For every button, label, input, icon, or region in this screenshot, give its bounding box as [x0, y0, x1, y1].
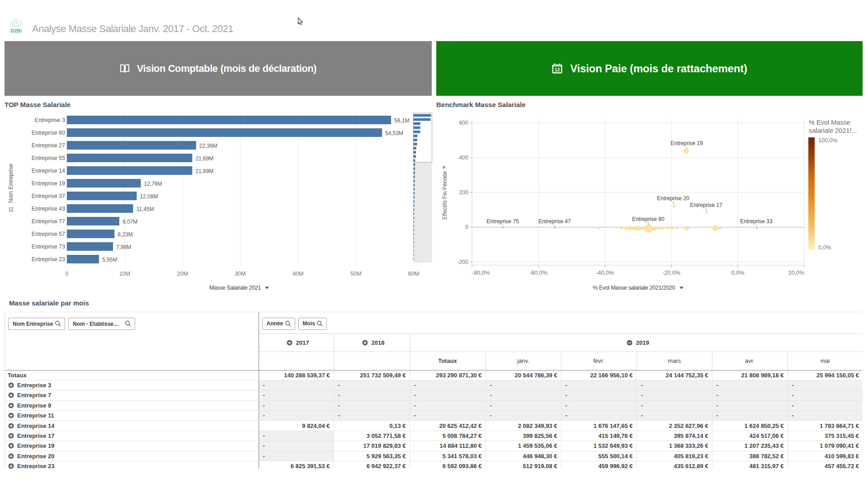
- svg-text:Masse Salariale 2021: Masse Salariale 2021: [209, 285, 261, 291]
- svg-text:Entreprise 20: Entreprise 20: [657, 195, 689, 202]
- svg-text:30M: 30M: [235, 271, 245, 277]
- svg-text:20,0%: 20,0%: [788, 270, 804, 276]
- svg-text:5,55M: 5,55M: [102, 257, 117, 263]
- svg-text:22,36M: 22,36M: [199, 143, 217, 149]
- svg-text:0,0%: 0,0%: [731, 270, 745, 276]
- svg-text:Entreprise 19: Entreprise 19: [670, 140, 703, 146]
- svg-text:9,07M: 9,07M: [123, 219, 137, 225]
- svg-text:Entreprise 3: Entreprise 3: [35, 117, 65, 123]
- svg-text:Entreprise 55: Entreprise 55: [32, 155, 65, 161]
- svg-text:12,08M: 12,08M: [140, 193, 158, 200]
- svg-text:400: 400: [459, 155, 468, 161]
- svg-text:Entreprise 43: Entreprise 43: [32, 206, 65, 212]
- svg-text:12,79M: 12,79M: [144, 181, 162, 187]
- svg-text:10M: 10M: [119, 271, 130, 277]
- svg-text:100,0%: 100,0%: [818, 137, 837, 144]
- svg-text:600: 600: [459, 120, 468, 126]
- svg-text:Entreprise 73: Entreprise 73: [32, 244, 65, 250]
- svg-text:56,1M: 56,1M: [394, 117, 409, 124]
- svg-text:0,0%: 0,0%: [818, 244, 831, 251]
- svg-text:20M: 20M: [177, 271, 188, 277]
- svg-text:% Evol Masse: % Evol Masse: [809, 119, 850, 126]
- svg-text:% Evol Masse salariale 2021/20: % Evol Masse salariale 2021/2020: [593, 285, 675, 291]
- svg-text:Nom Entreprise: Nom Entreprise: [8, 164, 14, 203]
- svg-text:11,45M: 11,45M: [136, 206, 154, 212]
- svg-text:Entreprise 33: Entreprise 33: [740, 218, 773, 225]
- svg-text:Entreprise 47: Entreprise 47: [538, 218, 571, 225]
- svg-text:0: 0: [66, 271, 69, 277]
- svg-text:Entreprise 77: Entreprise 77: [32, 218, 65, 225]
- svg-text:Entreprise 27: Entreprise 27: [32, 142, 65, 149]
- svg-text:Effectifs Fin Période: Effectifs Fin Période: [442, 171, 448, 220]
- svg-text:200: 200: [459, 189, 468, 196]
- svg-text:Entreprise 75: Entreprise 75: [486, 218, 519, 225]
- svg-text:-40,0%: -40,0%: [596, 270, 614, 276]
- svg-text:40M: 40M: [292, 271, 303, 277]
- svg-text:-60,0%: -60,0%: [529, 270, 547, 276]
- svg-text:7,98M: 7,98M: [116, 244, 131, 250]
- svg-text:54,53M: 54,53M: [385, 130, 403, 136]
- svg-text:salariale 2021/...: salariale 2021/...: [809, 127, 857, 134]
- svg-text:Entreprise 14: Entreprise 14: [32, 168, 65, 174]
- svg-text:0: 0: [465, 224, 468, 230]
- svg-text:12: 12: [555, 67, 560, 72]
- svg-text:8,23M: 8,23M: [118, 231, 132, 238]
- svg-text:21,69M: 21,69M: [195, 168, 213, 174]
- svg-text:Entreprise 37: Entreprise 37: [32, 193, 65, 199]
- svg-text:Entreprise 80: Entreprise 80: [32, 130, 65, 136]
- svg-text:Entreprise 23: Entreprise 23: [32, 256, 65, 263]
- svg-text:Entreprise 17: Entreprise 17: [690, 202, 722, 208]
- svg-text:-200: -200: [457, 259, 468, 265]
- svg-text:21,69M: 21,69M: [195, 155, 213, 162]
- svg-text:50M: 50M: [350, 271, 361, 277]
- svg-text:Entreprise 57: Entreprise 57: [32, 231, 65, 237]
- svg-text:60M: 60M: [408, 271, 419, 277]
- svg-text:-20,0%: -20,0%: [662, 270, 680, 276]
- svg-text:Entreprise 80: Entreprise 80: [632, 216, 665, 222]
- svg-text:Entreprise 19: Entreprise 19: [32, 180, 65, 187]
- svg-text:D2BI: D2BI: [10, 28, 22, 33]
- svg-text:-80,0%: -80,0%: [472, 270, 490, 276]
